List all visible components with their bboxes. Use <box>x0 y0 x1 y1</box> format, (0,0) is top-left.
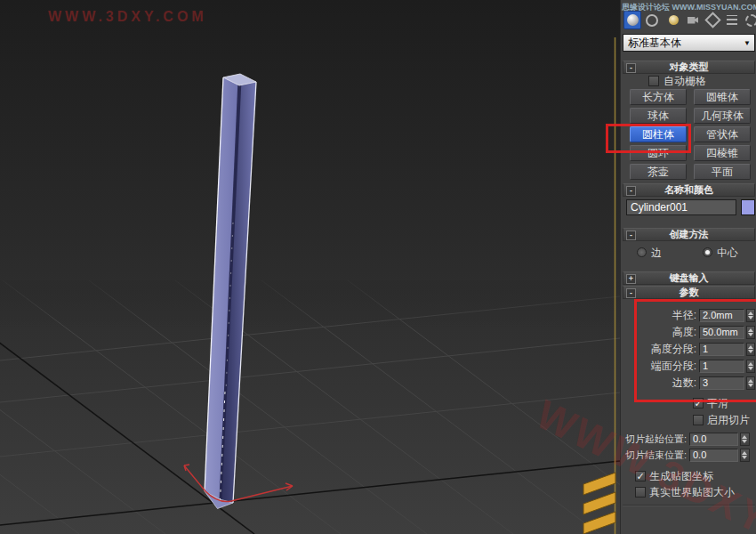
button-box[interactable]: 长方体 <box>630 89 687 105</box>
sides-spinner[interactable] <box>746 376 755 390</box>
shapes-icon[interactable] <box>643 11 661 29</box>
sides-label: 边数: <box>621 376 696 390</box>
geometry-icon[interactable] <box>623 11 641 29</box>
button-pyramid[interactable]: 四棱锥 <box>694 145 751 161</box>
radius-label: 半径: <box>621 309 696 322</box>
watermark-3dxy: WWW.3DXY.COM <box>48 9 207 25</box>
radius-input[interactable]: 2.0mm <box>699 309 744 322</box>
height-segments-label: 高度分段: <box>621 343 696 356</box>
height-spinner[interactable] <box>746 326 755 339</box>
helpers-icon[interactable] <box>704 11 721 29</box>
slice-from-spinner[interactable] <box>740 433 750 446</box>
collapse-icon: - <box>626 186 636 196</box>
cap-segments-spinner[interactable] <box>746 360 755 373</box>
collapse-icon: - <box>626 288 636 298</box>
autogrid-checkbox[interactable] <box>648 76 659 86</box>
chevron-down-icon: ▼ <box>744 36 751 52</box>
button-tube[interactable]: 管状体 <box>694 126 751 142</box>
button-cylinder[interactable]: 圆柱体 <box>630 126 687 142</box>
collapse-icon: - <box>626 231 636 240</box>
button-sphere[interactable]: 球体 <box>630 108 687 124</box>
rollout-keyboard-entry[interactable]: + 键盘输入 <box>623 271 755 285</box>
cap-segments-label: 端面分段: <box>621 360 696 373</box>
collapse-icon: - <box>626 63 636 73</box>
cameras-icon[interactable] <box>684 11 702 29</box>
dropdown-value: 标准基本体 <box>628 36 681 49</box>
smooth-checkbox[interactable]: ✓ <box>693 398 704 409</box>
expand-icon: + <box>626 274 636 284</box>
rollout-object-type[interactable]: - 对象类型 <box>623 61 755 74</box>
rollout-parameters[interactable]: - 参数 <box>623 286 755 299</box>
autogrid-row: 自动栅格 <box>621 75 756 87</box>
slice-to-label: 切片结束位置: <box>621 449 687 462</box>
rollout-name-color[interactable]: - 名称和颜色 <box>623 183 755 197</box>
slice-on-checkbox[interactable] <box>693 415 704 425</box>
slice-from-label: 切片起始位置: <box>621 433 687 446</box>
button-torus[interactable]: 圆环 <box>630 145 687 161</box>
viewport-3d[interactable]: WWW.3DXY.COM <box>0 0 620 534</box>
category-icon-row <box>621 10 756 31</box>
radio-center[interactable] <box>703 247 712 257</box>
height-segments-spinner[interactable] <box>746 343 755 356</box>
autogrid-label: 自动栅格 <box>664 75 706 87</box>
command-panel: 思缘设计论坛 WWW.MISSYUAN.COM 标准基本体 ▼ - 对象类型 自… <box>620 0 756 534</box>
button-teapot[interactable]: 茶壶 <box>630 164 687 180</box>
sides-input[interactable]: 3 <box>699 376 744 390</box>
viewport-scene <box>0 0 620 534</box>
slice-to-spinner[interactable] <box>740 449 750 462</box>
height-label: 高度: <box>621 326 696 339</box>
3dsmax-window: WWW.3DXY.COM 思缘设计论坛 WWW.MISSYUAN.COM 标准基… <box>0 0 756 534</box>
slice-from-input[interactable]: 0.0 <box>689 433 738 446</box>
rollout-divider <box>623 505 755 506</box>
radio-edge[interactable] <box>637 247 647 257</box>
height-segments-input[interactable]: 1 <box>699 343 744 356</box>
spacewarps-icon[interactable] <box>723 11 741 29</box>
rollout-creation-method[interactable]: - 创建方法 <box>623 228 755 241</box>
radius-spinner[interactable] <box>746 309 755 322</box>
button-cone[interactable]: 圆锥体 <box>694 89 751 105</box>
slice-to-input[interactable]: 0.0 <box>689 449 738 462</box>
systems-icon[interactable] <box>743 11 756 29</box>
real-world-map-label: 真实世界贴图大小 <box>649 486 735 498</box>
real-world-map-checkbox[interactable] <box>635 487 646 498</box>
generate-mapping-checkbox[interactable]: ✓ <box>635 471 646 481</box>
object-color-swatch[interactable] <box>741 199 755 215</box>
button-geosphere[interactable]: 几何球体 <box>694 108 751 124</box>
slice-on-label: 启用切片 <box>707 414 750 426</box>
radio-center-label: 中心 <box>717 247 738 259</box>
radio-edge-label: 边 <box>651 247 662 259</box>
lights-icon[interactable] <box>664 11 682 29</box>
cap-segments-input[interactable]: 1 <box>699 360 744 373</box>
primitive-category-dropdown[interactable]: 标准基本体 ▼ <box>623 34 755 52</box>
button-plane[interactable]: 平面 <box>694 164 751 180</box>
object-name-input[interactable]: Cylinder001 <box>626 199 736 215</box>
height-input[interactable]: 50.0mm <box>699 326 744 339</box>
generate-mapping-label: 生成贴图坐标 <box>649 470 713 482</box>
smooth-label: 平滑 <box>707 397 728 409</box>
